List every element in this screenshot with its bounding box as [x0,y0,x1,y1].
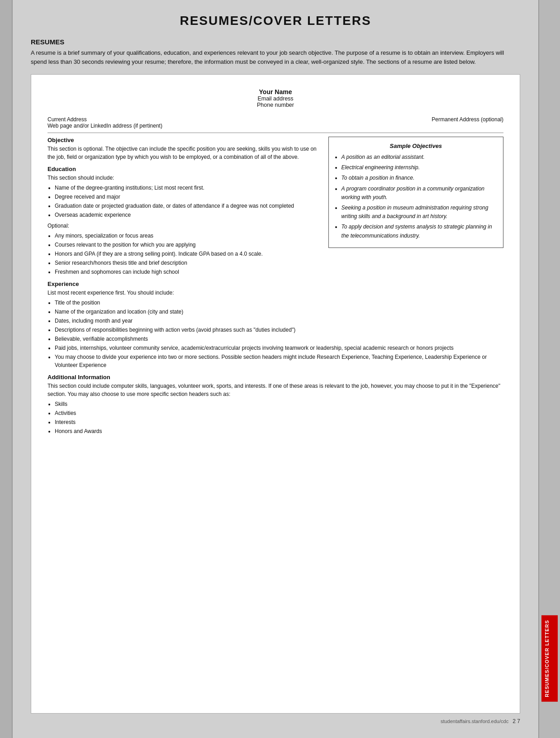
objective-section: Objective This section is optional. The … [47,137,320,161]
education-section: Education This section should include: N… [47,166,320,276]
doc-address-right: Permanent Address (optional) [432,116,503,129]
education-title: Education [47,166,320,172]
doc-name: Your Name [47,88,503,95]
list-item: Electrical engineering internship. [342,163,497,172]
list-item: Name of the organization and location (c… [55,308,503,316]
list-item: You may choose to divide your experience… [55,353,503,369]
education-intro: This section should include: [47,174,320,182]
sample-objectives-box: Sample Objectives A position as an edito… [328,137,503,248]
list-item: Title of the position [55,299,503,307]
experience-intro: List most recent experience first. You s… [47,289,503,297]
list-item: A position as an editorial assistant. [342,153,497,162]
additional-section: Additional Information This section coul… [47,374,503,435]
right-tab: RESUMES/COVER LETTERS [541,615,558,702]
sample-objectives-title: Sample Objectives [335,143,497,149]
objective-text: This section is optional. The objective … [47,145,320,161]
list-item: Honors and GPA (if they are a strong sel… [55,250,320,258]
doc-address-row: Current Address Web page and/or LinkedIn… [47,116,503,129]
experience-bullets: Title of the positionName of the organiz… [55,299,503,369]
list-item: Courses relevant to the position for whi… [55,241,320,249]
list-item: Graduation date or projected graduation … [55,202,320,210]
list-item: Degree received and major [55,193,320,201]
doc-right-col: Sample Objectives A position as an edito… [328,137,503,281]
experience-section: Experience List most recent experience f… [47,281,503,369]
list-item: Name of the degree-granting institutions… [55,184,320,192]
list-item: Paid jobs, internships, volunteer commun… [55,344,503,352]
page-title: RESUMES/COVER LETTERS [31,14,520,28]
additional-title: Additional Information [47,374,503,381]
doc-email: Email address [47,95,503,102]
list-item: To apply decision and systems analysis t… [342,223,497,240]
list-item: Descriptions of responsibilities beginni… [55,326,503,334]
main-content: RESUMES/COVER LETTERS RESUMES A resume i… [13,0,538,738]
doc-main-area: Objective This section is optional. The … [47,137,503,281]
list-item: Interests [55,418,503,426]
list-item: Activities [55,409,503,417]
list-item: Believable, verifiable accomplishments [55,335,503,343]
objective-title: Objective [47,137,320,143]
page-number: 2 7 [513,718,520,724]
list-item: Overseas academic experience [55,211,320,219]
document-frame: Your Name Email address Phone number Cur… [31,74,520,714]
education-bullets: Name of the degree-granting institutions… [55,184,320,219]
list-item: Honors and Awards [55,427,503,435]
resumes-heading: RESUMES [31,38,520,46]
doc-address-left: Current Address Web page and/or LinkedIn… [47,116,162,129]
doc-footer: studentaffairs.stanford.edu/cdc 2 7 [31,718,520,724]
list-item: A program coordinator position in a comm… [342,185,497,202]
education-optional-label: Optional: [47,222,320,230]
footer-url: studentaffairs.stanford.edu/cdc [441,719,508,724]
list-item: To obtain a position in finance. [342,174,497,182]
doc-phone: Phone number [47,102,503,108]
list-item: Any minors, specialization or focus area… [55,232,320,240]
list-item: Seeking a position in museum administrat… [342,204,497,221]
resumes-intro: A resume is a brief summary of your qual… [31,48,520,66]
doc-header: Your Name Email address Phone number [47,88,503,108]
experience-title: Experience [47,281,503,287]
doc-divider-1 [47,133,503,133]
list-item: Freshmen and sophomores can include high… [55,268,320,276]
list-item: Dates, including month and year [55,317,503,325]
doc-left-col: Objective This section is optional. The … [47,137,320,281]
right-stripe: RESUMES/COVER LETTERS [538,0,560,738]
additional-text: This section could include computer skil… [47,382,503,398]
sample-objectives-list: A position as an editorial assistant.Ele… [342,153,497,240]
list-item: Skills [55,400,503,408]
additional-bullets: SkillsActivitiesInterestsHonors and Awar… [55,400,503,435]
left-stripe [0,0,13,738]
education-optional-bullets: Any minors, specialization or focus area… [55,232,320,276]
list-item: Senior research/honors thesis title and … [55,259,320,267]
